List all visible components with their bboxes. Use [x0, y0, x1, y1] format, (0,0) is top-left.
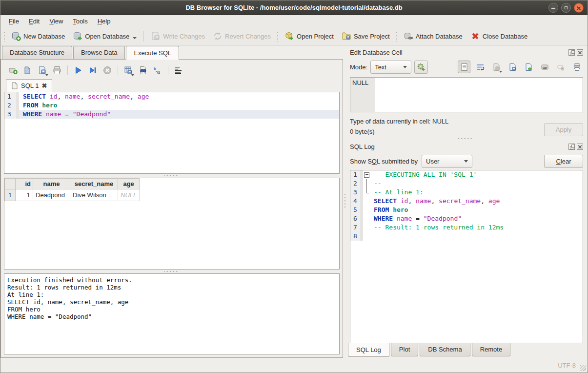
menu-file[interactable]: File	[4, 16, 23, 26]
table-cell[interactable]: NULL	[118, 189, 140, 201]
toolbar-drag-handle[interactable]	[276, 31, 279, 41]
column-header-secret_name[interactable]: secret_name	[70, 179, 118, 189]
tab-plot[interactable]: Plot	[391, 343, 418, 356]
table-cell[interactable]: 1	[16, 189, 33, 201]
format-sql-button[interactable]	[172, 64, 185, 77]
text-cursor	[111, 111, 111, 118]
print-sql-button[interactable]	[51, 64, 63, 77]
open-database-dropdown-icon[interactable]	[133, 37, 137, 39]
bottom-tab-bar: SQL Log Plot DB Schema Remote	[348, 343, 583, 358]
new-sql-tab-button[interactable]	[7, 64, 20, 77]
apply-mode-button[interactable]	[414, 61, 428, 74]
mode-label: Mode:	[350, 63, 367, 71]
cell-editor-toolbar	[458, 61, 583, 73]
table-row[interactable]: 11DeadpondDive WilsonNULL	[5, 189, 140, 201]
column-header-name[interactable]: name	[33, 179, 70, 189]
apply-button[interactable]: Apply	[544, 123, 583, 136]
minimize-button[interactable]	[548, 3, 558, 13]
sql-log-float-icon[interactable]	[568, 144, 575, 150]
code-line: 1SELECT id, name, secret_name, age	[4, 92, 339, 101]
row-number[interactable]: 1	[5, 189, 16, 201]
open-database-button[interactable]: Open Database	[69, 29, 141, 43]
table-cell[interactable]: Dive Wilson	[70, 189, 118, 201]
menu-tools[interactable]: Tools	[68, 16, 92, 26]
set-null-icon	[557, 63, 565, 71]
edit-cell-close-icon[interactable]	[577, 49, 583, 56]
link-icon	[541, 63, 549, 71]
clear-button[interactable]: Clear	[544, 155, 583, 168]
new-database-button[interactable]: New Database	[7, 29, 69, 43]
save-results-dropdown-icon[interactable]	[131, 74, 134, 76]
sql-editor[interactable]: 1SELECT id, name, secret_name, age2FROM …	[4, 92, 340, 174]
sql-log-close-icon[interactable]	[577, 144, 583, 150]
tab-browse-data[interactable]: Browse Data	[73, 46, 125, 59]
sql-log-view[interactable]: 1-- EXECUTING ALL IN 'SQL 1'2--3-- At li…	[350, 170, 583, 343]
menu-edit[interactable]: Edit	[24, 16, 44, 26]
replace-button[interactable]: ba	[151, 64, 164, 77]
cell-log-splitter[interactable]	[348, 137, 583, 141]
tab-remote[interactable]: Remote	[472, 343, 511, 356]
submitted-by-select[interactable]: User	[422, 155, 472, 168]
edit-cell-float-icon[interactable]	[568, 49, 575, 56]
execute-all-icon	[73, 65, 83, 75]
export-cell-button[interactable]	[522, 61, 535, 73]
menu-view[interactable]: View	[45, 16, 67, 26]
line-number: 8	[350, 232, 363, 241]
word-wrap-button[interactable]	[474, 61, 487, 73]
fold-marker-icon[interactable]	[363, 170, 370, 179]
mode-select[interactable]: Text	[370, 61, 411, 74]
toolbar-drag-handle[interactable]	[395, 31, 398, 41]
results-log-splitter[interactable]	[4, 269, 340, 273]
sql-tab-close-icon[interactable]: ✖	[41, 82, 47, 89]
column-header-id[interactable]: id	[16, 179, 33, 189]
open-sql-file-button[interactable]	[21, 64, 34, 77]
vertical-splitter[interactable]	[343, 45, 347, 358]
attach-database-button[interactable]: Attach Database	[400, 29, 466, 43]
close-database-button[interactable]: Close Database	[466, 29, 532, 43]
results-grid[interactable]: idnamesecret_nameage11DeadpondDive Wilso…	[4, 178, 340, 269]
resize-grip[interactable]	[580, 365, 586, 371]
left-pane: Database Structure Browse Data Execute S…	[0, 45, 343, 358]
tab-sql-log[interactable]: SQL Log	[348, 343, 389, 357]
save-results-icon	[123, 65, 133, 75]
code-text: -- Result: 1 rows returned in 12ms	[370, 223, 583, 232]
tab-database-structure[interactable]: Database Structure	[2, 46, 72, 59]
import-cell-button[interactable]	[506, 61, 519, 73]
execute-current-line-button[interactable]	[86, 64, 99, 77]
svg-text:b: b	[154, 66, 156, 71]
save-results-button[interactable]	[122, 64, 135, 77]
titlebar[interactable]: DB Browser for SQLite - /home/user/code/…	[0, 0, 588, 15]
close-button[interactable]	[574, 3, 584, 13]
menu-help[interactable]: Help	[93, 16, 115, 26]
table-cell[interactable]: Deadpond	[33, 189, 70, 201]
cell-value-editor[interactable]: NULL	[350, 77, 583, 112]
column-header-age[interactable]: age	[118, 179, 140, 189]
execute-all-button[interactable]	[72, 64, 84, 77]
find-button[interactable]	[137, 64, 149, 77]
save-sql-dropdown-icon[interactable]	[45, 74, 48, 76]
text-mode-button[interactable]	[458, 61, 470, 73]
text-mode-icon	[460, 63, 468, 71]
revert-changes-button[interactable]: Revert Changes	[209, 29, 275, 43]
open-in-external-button[interactable]	[538, 61, 551, 73]
chevron-down-icon	[403, 66, 407, 68]
main-content: Database Structure Browse Data Execute S…	[0, 45, 588, 358]
maximize-button[interactable]	[561, 3, 571, 13]
sql-log-title: SQL Log	[350, 143, 567, 150]
stop-button[interactable]	[101, 64, 114, 77]
editor-results-splitter[interactable]	[4, 174, 340, 178]
write-changes-button[interactable]: Write Changes	[147, 29, 209, 43]
code-line: 8	[350, 232, 583, 241]
print-cell-button[interactable]	[570, 61, 583, 73]
save-project-button[interactable]: Save Project	[338, 29, 394, 43]
save-sql-file-button[interactable]	[36, 64, 49, 77]
open-project-button[interactable]: Open Project	[281, 29, 338, 43]
save-cell-button[interactable]	[490, 61, 503, 73]
code-line: 2--	[350, 179, 583, 188]
main-tab-bar: Database Structure Browse Data Execute S…	[0, 45, 343, 59]
tab-db-schema[interactable]: DB Schema	[420, 343, 470, 356]
sql-file-tab[interactable]: SQL 1 ✖	[6, 79, 52, 92]
set-null-button[interactable]	[554, 61, 567, 73]
toolbar-drag-handle[interactable]	[3, 31, 6, 41]
tab-execute-sql[interactable]: Execute SQL	[126, 46, 179, 60]
